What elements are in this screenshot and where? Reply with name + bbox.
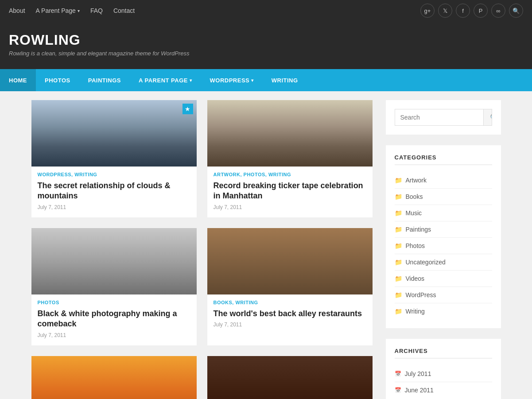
folder-icon: 📁 xyxy=(395,291,402,298)
post-date: July 7, 2011 xyxy=(214,322,366,328)
categories-title: CATEGORIES xyxy=(395,154,492,165)
bookmark-icon: ★ xyxy=(183,104,193,114)
pinterest-icon[interactable]: P xyxy=(474,4,488,18)
post-card: BOOKS, WRITING The world's best back all… xyxy=(207,228,373,345)
post-title[interactable]: Black & white photography making a comeb… xyxy=(38,309,190,329)
post-body: PHOTOS Black & white photography making … xyxy=(31,294,197,345)
post-card: ARTWORK, PHOTOS, WRITING Record breaking… xyxy=(207,100,373,217)
main-content: ★ WORDPRESS, WRITING The secret relation… xyxy=(31,100,373,399)
post-body: WORDPRESS, WRITING The secret relationsh… xyxy=(31,167,197,217)
link-icon[interactable]: ∞ xyxy=(491,4,505,18)
main-navigation: HOME PHOTOS PAINTINGS A PARENT PAGE ▾ WO… xyxy=(0,69,532,91)
post-body: ARTWORK, PHOTOS, WRITING Record breaking… xyxy=(207,167,373,217)
search-toggle-icon[interactable]: 🔍 xyxy=(509,4,523,18)
post-title[interactable]: The secret relationship of clouds & moun… xyxy=(38,181,190,201)
post-thumbnail-wrap: ★ xyxy=(31,100,197,167)
archive-item[interactable]: 📅June 2011 xyxy=(395,382,492,398)
post-categories: ARTWORK, PHOTOS, WRITING xyxy=(214,172,366,177)
chevron-down-icon: ▾ xyxy=(78,8,80,13)
post-thumbnail-wrap xyxy=(207,356,373,399)
twitter-icon[interactable]: 𝕏 xyxy=(438,4,452,18)
calendar-icon: 📅 xyxy=(395,387,401,393)
main-nav-writing[interactable]: WRITING xyxy=(263,69,307,91)
main-nav-home[interactable]: HOME xyxy=(0,69,36,91)
post-categories: WORDPRESS, WRITING xyxy=(38,172,190,177)
folder-icon: 📁 xyxy=(395,308,402,315)
category-item[interactable]: 📁Paintings xyxy=(395,221,492,238)
site-header: ROWLING Rowling is a clean, simple and e… xyxy=(0,21,532,69)
post-date: July 7, 2011 xyxy=(38,332,190,338)
category-item[interactable]: 📁Books xyxy=(395,189,492,205)
category-item[interactable]: 📁Videos xyxy=(395,271,492,287)
search-button[interactable]: 🔍 xyxy=(483,109,492,125)
post-thumbnail xyxy=(207,100,373,167)
post-thumbnail-wrap xyxy=(207,100,373,167)
site-tagline: Rowling is a clean, simple and elegant m… xyxy=(9,50,523,57)
search-input[interactable] xyxy=(395,109,483,125)
post-categories: PHOTOS xyxy=(38,300,190,305)
folder-icon: 📁 xyxy=(395,275,402,282)
post-thumbnail xyxy=(207,356,373,399)
post-card: PHOTOS Black & white photography making … xyxy=(31,228,197,345)
calendar-icon: 📅 xyxy=(395,371,401,377)
google-plus-icon[interactable]: g+ xyxy=(420,4,435,18)
page-wrap: ★ WORDPRESS, WRITING The secret relation… xyxy=(23,91,510,399)
folder-icon: 📁 xyxy=(395,193,402,200)
post-thumbnail xyxy=(31,100,197,167)
main-nav-wordpress[interactable]: WORDPRESS ▾ xyxy=(201,69,263,91)
archives-list: 📅July 2011 📅June 2011 xyxy=(395,366,492,398)
sidebar: 🔍 CATEGORIES 📁Artwork 📁Books 📁Music 📁Pai… xyxy=(386,100,501,399)
category-item[interactable]: 📁WordPress xyxy=(395,287,492,303)
nav-contact[interactable]: Contact xyxy=(113,7,135,14)
category-item[interactable]: 📁Writing xyxy=(395,303,492,319)
facebook-icon[interactable]: f xyxy=(456,4,470,18)
category-item[interactable]: 📁Uncategorized xyxy=(395,254,492,271)
category-item[interactable]: 📁Photos xyxy=(395,238,492,254)
post-body: BOOKS, WRITING The world's best back all… xyxy=(207,294,373,335)
category-item[interactable]: 📁Music xyxy=(395,205,492,221)
folder-icon: 📁 xyxy=(395,209,402,217)
post-thumbnail xyxy=(31,228,197,294)
post-card: PHOTOS July 7, 2011 xyxy=(31,356,197,399)
nav-faq[interactable]: FAQ xyxy=(90,7,103,14)
main-nav-parent-page[interactable]: A PARENT PAGE ▾ xyxy=(130,69,201,91)
nav-parent-page[interactable]: A Parent Page ▾ xyxy=(36,7,80,14)
folder-icon: 📁 xyxy=(395,226,402,233)
post-categories: BOOKS, WRITING xyxy=(214,300,366,305)
post-date: July 7, 2011 xyxy=(214,204,366,210)
folder-icon: 📁 xyxy=(395,242,402,249)
main-nav-photos[interactable]: PHOTOS xyxy=(36,69,79,91)
nav-about[interactable]: About xyxy=(9,7,25,14)
post-date: July 7, 2011 xyxy=(38,204,190,210)
search-widget: 🔍 xyxy=(386,100,501,135)
chevron-down-icon: ▾ xyxy=(190,78,192,83)
archive-item[interactable]: 📅July 2011 xyxy=(395,366,492,382)
folder-icon: 📁 xyxy=(395,177,402,184)
folder-icon: 📁 xyxy=(395,259,402,266)
post-thumbnail xyxy=(31,356,197,399)
post-thumbnail xyxy=(207,228,373,294)
top-navigation: About A Parent Page ▾ FAQ Contact xyxy=(9,7,135,14)
post-thumbnail-wrap xyxy=(207,228,373,294)
post-thumbnail-wrap xyxy=(31,356,197,399)
archives-widget: ARCHIVES 📅July 2011 📅June 2011 xyxy=(386,339,501,399)
post-grid: ★ WORDPRESS, WRITING The secret relation… xyxy=(31,100,373,399)
archives-title: ARCHIVES xyxy=(395,348,492,359)
post-card: ARTWORK July 7, 2011 xyxy=(207,356,373,399)
search-box: 🔍 xyxy=(395,109,492,126)
post-thumbnail-wrap xyxy=(31,228,197,294)
categories-widget: CATEGORIES 📁Artwork 📁Books 📁Music 📁Paint… xyxy=(386,145,501,328)
post-title[interactable]: The world's best back alley restaraunts xyxy=(214,309,366,319)
categories-list: 📁Artwork 📁Books 📁Music 📁Paintings 📁Photo… xyxy=(395,172,492,319)
main-nav-paintings[interactable]: PAINTINGS xyxy=(79,69,130,91)
category-item[interactable]: 📁Artwork xyxy=(395,172,492,189)
post-title[interactable]: Record breaking ticker tape celebration … xyxy=(214,181,366,201)
site-title: ROWLING xyxy=(9,32,523,48)
post-card: ★ WORDPRESS, WRITING The secret relation… xyxy=(31,100,197,217)
chevron-down-icon: ▾ xyxy=(251,78,254,83)
social-icons-bar: g+ 𝕏 f P ∞ 🔍 xyxy=(420,4,523,18)
top-bar: About A Parent Page ▾ FAQ Contact g+ 𝕏 f… xyxy=(0,0,532,21)
